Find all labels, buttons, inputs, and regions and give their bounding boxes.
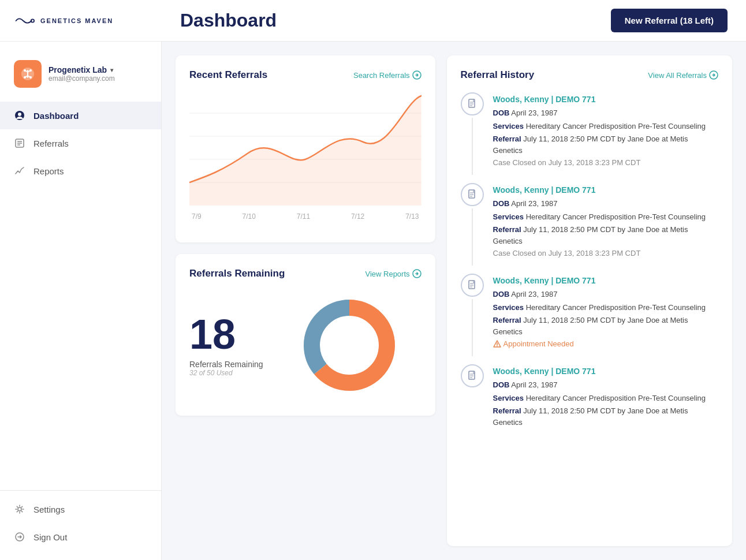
recent-referrals-header: Recent Referrals Search Referrals [189,69,422,81]
circle-arrow-icon [412,70,422,80]
sidebar-item-reports-label: Reports [33,166,64,176]
document-icon [467,280,478,290]
right-column: Referral History View All Referrals [447,55,732,546]
sidebar-bottom: Settings Sign Out [0,490,161,560]
dna-icon [20,66,36,82]
new-referral-button[interactable]: New Referral (18 Left) [611,9,728,32]
chart-svg [189,90,422,206]
profile-info: Progenetix Lab ▾ email@company.com [49,65,147,83]
chart-labels: 7/9 7/10 7/11 7/12 7/13 [189,208,422,221]
remaining-label: Referrals Remaining [189,360,263,369]
svg-point-2 [24,69,26,72]
referrals-remaining-card: Referrals Remaining View Reports 18 Refe… [176,254,435,416]
referral-history-card: Referral History View All Referrals [447,55,732,546]
header-logo-area: GENETICS MAVEN [0,15,162,27]
chart-label-0: 7/9 [192,212,202,221]
timeline-dob-1: DOB April 23, 1987 [493,198,718,210]
timeline-dob-0: DOB April 23, 1987 [493,107,718,119]
timeline-patient-name-0[interactable]: Woods, Kenny | DEMO 771 [493,95,718,104]
signout-icon [14,531,25,543]
donut-chart [277,293,422,397]
timeline-content-2: Woods, Kenny | DEMO 771 DOB April 23, 19… [493,274,718,348]
timeline-referral-0: Referral July 11, 2018 2:50 PM CDT by Ja… [493,133,718,156]
svg-point-5 [29,76,32,79]
reports-icon [14,165,25,177]
timeline-services-2: Services Hereditary Cancer Predispositio… [493,302,718,313]
svg-point-38 [497,345,497,346]
view-all-arrow-icon [709,70,718,80]
content-area: Recent Referrals Search Referrals [162,42,746,560]
referrals-remaining-title: Referrals Remaining [189,268,285,279]
remaining-number: 18 [189,313,263,355]
chart-label-4: 7/13 [405,212,419,221]
timeline-dob-3: DOB April 23, 1987 [493,379,718,391]
timeline-dob-2: DOB April 23, 1987 [493,289,718,300]
svg-point-7 [18,113,21,116]
timeline-item: Woods, Kenny | DEMO 771 DOB April 23, 19… [461,274,718,348]
sidebar: Progenetix Lab ▾ email@company.com Dashb… [0,42,162,560]
logo-icon [14,15,35,27]
svg-point-12 [18,507,21,511]
dropdown-arrow-icon[interactable]: ▾ [110,67,113,73]
timeline-content-0: Woods, Kenny | DEMO 771 DOB April 23, 19… [493,92,718,167]
timeline-patient-name-1[interactable]: Woods, Kenny | DEMO 771 [493,185,718,195]
timeline-patient-name-2[interactable]: Woods, Kenny | DEMO 771 [493,276,718,285]
warning-icon [493,340,501,348]
document-icon [467,189,478,200]
timeline-item: Woods, Kenny | DEMO 771 DOB April 23, 19… [461,183,718,257]
sidebar-profile: Progenetix Lab ▾ email@company.com [0,51,161,102]
recent-referrals-card: Recent Referrals Search Referrals [176,55,435,242]
header: GENETICS MAVEN Dashboard New Referral (1… [0,0,746,42]
sidebar-item-reports[interactable]: Reports [0,157,161,185]
timeline-content-1: Woods, Kenny | DEMO 771 DOB April 23, 19… [493,183,718,257]
timeline-icon-2 [461,274,484,297]
timeline-item: Woods, Kenny | DEMO 771 DOB April 23, 19… [461,364,718,430]
page-title: Dashboard [162,10,611,31]
chart-label-3: 7/12 [351,212,364,221]
view-reports-arrow-icon [412,269,422,278]
timeline-status-1: Case Closed on July 13, 2018 3:23 PM CDT [493,249,718,257]
left-column: Recent Referrals Search Referrals [176,55,435,546]
chart-label-2: 7/11 [297,212,310,221]
referrals-remaining-header: Referrals Remaining View Reports [189,268,422,279]
sidebar-item-signout[interactable]: Sign Out [0,523,161,551]
recent-referrals-title: Recent Referrals [189,69,267,81]
sidebar-item-dashboard-label: Dashboard [33,111,79,121]
timeline-services-3: Services Hereditary Cancer Predispositio… [493,393,718,404]
timeline-referral-3: Referral July 11, 2018 2:50 PM CDT by Ja… [493,405,718,428]
settings-icon [14,503,25,515]
avatar [14,60,42,88]
chart-label-1: 7/10 [243,212,256,221]
timeline-services-1: Services Hereditary Cancer Predispositio… [493,211,718,223]
sidebar-item-dashboard[interactable]: Dashboard [0,102,161,129]
timeline-icon-1 [461,183,484,206]
document-icon [467,99,478,109]
timeline-referral-2: Referral July 11, 2018 2:50 PM CDT by Ja… [493,315,718,337]
timeline-icon-0 [461,92,484,115]
dashboard-icon [14,110,25,121]
search-referrals-link[interactable]: Search Referrals [353,70,422,80]
donut-svg [297,293,401,397]
timeline: Woods, Kenny | DEMO 771 DOB April 23, 19… [461,92,718,430]
referrals-icon [14,137,25,149]
appointment-needed-badge: Appointment Needed [493,339,718,348]
svg-point-4 [24,76,26,79]
view-reports-link[interactable]: View Reports [365,269,421,278]
logo: GENETICS MAVEN [14,15,113,27]
view-all-referrals-link[interactable]: View All Referrals [648,70,718,80]
timeline-content-3: Woods, Kenny | DEMO 771 DOB April 23, 19… [493,364,718,430]
main-layout: Progenetix Lab ▾ email@company.com Dashb… [0,42,746,560]
recent-referrals-chart: 7/9 7/10 7/11 7/12 7/13 [189,90,422,229]
sidebar-item-settings[interactable]: Settings [0,495,161,523]
referral-history-title: Referral History [461,69,535,81]
sidebar-item-referrals[interactable]: Referrals [0,129,161,157]
profile-email: email@company.com [49,74,147,83]
referrals-remaining-body: 18 Referrals Remaining 32 of 50 Used [189,289,422,402]
timeline-referral-1: Referral July 11, 2018 2:50 PM CDT by Ja… [493,224,718,247]
svg-point-0 [31,19,34,22]
sidebar-item-settings-label: Settings [33,505,65,514]
sidebar-item-referrals-label: Referrals [33,139,69,148]
timeline-patient-name-3[interactable]: Woods, Kenny | DEMO 771 [493,367,718,376]
timeline-services-0: Services Hereditary Cancer Predispositio… [493,121,718,132]
svg-point-23 [320,316,378,374]
